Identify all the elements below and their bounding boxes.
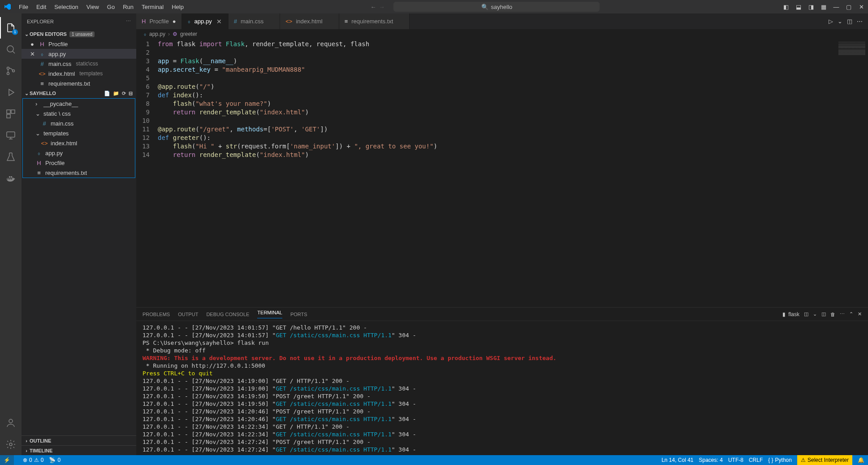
split-editor-icon[interactable]: ◫ xyxy=(847,18,852,25)
window-minimize-icon[interactable]: — xyxy=(833,4,839,10)
open-editor-item[interactable]: <> index.htmltemplates xyxy=(22,69,136,78)
command-center-search[interactable]: 🔍 sayhello xyxy=(393,2,600,12)
status-ports[interactable]: 📡0 xyxy=(49,457,60,463)
menu-selection[interactable]: Selection xyxy=(51,2,82,12)
activity-debug-icon[interactable] xyxy=(0,82,22,103)
editor-tab[interactable]: ≡ requirements.txt xyxy=(339,13,410,29)
status-problems[interactable]: ⊗0 ⚠0 xyxy=(23,457,43,463)
remote-indicator[interactable]: ⚡ xyxy=(0,455,14,465)
folder-item[interactable]: ⌄static \ css xyxy=(23,109,135,118)
new-file-icon[interactable]: 📄 xyxy=(104,91,110,96)
kill-terminal-icon[interactable]: 🗑 xyxy=(830,312,835,317)
menu-run[interactable]: Run xyxy=(119,2,137,12)
activity-remote-icon[interactable] xyxy=(0,125,22,146)
open-editors-header[interactable]: ⌄ OPEN EDITORS 1 unsaved xyxy=(22,29,136,39)
new-folder-icon[interactable]: 📁 xyxy=(113,91,119,96)
file-icon: # xyxy=(234,18,237,25)
status-language[interactable]: { }Python xyxy=(768,457,792,463)
refresh-icon[interactable]: ⟳ xyxy=(122,91,126,96)
code-editor[interactable]: from flask import Flask, render_template… xyxy=(158,39,828,307)
window-maximize-icon[interactable]: ▢ xyxy=(846,4,852,10)
minimap[interactable] xyxy=(828,39,868,307)
file-icon: ≡ xyxy=(345,18,348,25)
open-editor-item[interactable]: ● H Procfile xyxy=(22,39,136,49)
run-dropdown-icon[interactable]: ⌄ xyxy=(838,18,842,25)
status-eol[interactable]: CRLF xyxy=(749,457,763,463)
panel-tab-debug-console[interactable]: DEBUG CONSOLE xyxy=(206,312,249,317)
editor-tab[interactable]: # main.css xyxy=(229,13,281,29)
breadcrumb[interactable]: ⬨ app.py › ⚙ greeter xyxy=(136,29,868,39)
editor-tab[interactable]: ⬨ app.py ✕ xyxy=(182,13,229,29)
outline-header[interactable]: › OUTLINE xyxy=(22,435,136,445)
layout-customize-icon[interactable]: ▦ xyxy=(820,4,827,10)
file-item[interactable]: ⬨app.py xyxy=(23,148,135,158)
close-panel-icon[interactable]: ✕ xyxy=(858,311,862,317)
activity-accounts-icon[interactable] xyxy=(0,412,22,434)
run-icon[interactable]: ▷ xyxy=(829,18,833,25)
activity-docker-icon[interactable] xyxy=(0,168,22,189)
editor-tab[interactable]: <> index.html xyxy=(280,13,339,29)
terminal-profile-label[interactable]: ▮flask xyxy=(782,311,799,317)
terminal-dropdown-icon[interactable]: ⌄ xyxy=(813,311,817,317)
activity-explorer-icon[interactable]: 1 xyxy=(0,17,22,39)
folder-item[interactable]: ›__pycache__ xyxy=(23,99,135,109)
status-spaces[interactable]: Spaces: 4 xyxy=(699,457,723,463)
split-terminal-icon[interactable]: ◫ xyxy=(804,311,808,317)
chevron-down-icon: ⌄ xyxy=(23,91,30,96)
sidebar-more-icon[interactable]: ⋯ xyxy=(126,18,131,24)
collapse-all-icon[interactable]: ⊟ xyxy=(129,91,133,96)
status-encoding[interactable]: UTF-8 xyxy=(728,457,743,463)
editor-tab[interactable]: H Procfile ● xyxy=(136,13,182,29)
maximize-panel-icon[interactable]: ⌃ xyxy=(849,311,853,317)
activity-extensions-icon[interactable] xyxy=(0,103,22,125)
close-icon[interactable]: ✕ xyxy=(29,51,36,57)
more-icon[interactable]: ⋯ xyxy=(840,311,845,317)
explorer-badge: 1 xyxy=(12,29,18,35)
line-number-gutter: 1234567891011121314 xyxy=(136,39,158,307)
layout-sidebar-right-icon[interactable]: ◨ xyxy=(808,4,814,10)
file-item[interactable]: <>index.html xyxy=(23,138,135,148)
chevron-down-icon: ⌄ xyxy=(23,31,30,37)
split-terminal-icon[interactable]: ◫ xyxy=(821,311,826,317)
terminal-output[interactable]: 127.0.0.1 - - [27/Nov/2023 14:01:57] "GE… xyxy=(136,321,868,455)
status-notifications-icon[interactable]: 🔔 xyxy=(858,457,864,463)
file-icon: <> xyxy=(285,18,292,25)
close-icon[interactable]: ✕ xyxy=(216,18,223,25)
open-editor-item[interactable]: # main.cssstatic\css xyxy=(22,59,136,69)
panel-tab-terminal[interactable]: TERMINAL xyxy=(257,310,282,318)
svg-point-9 xyxy=(9,443,12,446)
file-item[interactable]: ≡requirements.txt xyxy=(23,168,135,178)
timeline-header[interactable]: › TIMELINE xyxy=(22,445,136,455)
panel-tab-problems[interactable]: PROBLEMS xyxy=(143,312,170,317)
dirty-dot-icon[interactable]: ● xyxy=(29,41,36,48)
panel-tab-output[interactable]: OUTPUT xyxy=(178,312,198,317)
folder-header[interactable]: ⌄ SAYHELLO 📄 📁 ⟳ ⊟ xyxy=(22,88,136,98)
layout-sidebar-left-icon[interactable]: ◧ xyxy=(783,4,789,10)
open-editor-item[interactable]: ✕ ⬨ app.py xyxy=(22,49,136,59)
window-close-icon[interactable]: ✕ xyxy=(858,4,864,10)
file-item[interactable]: HProcfile xyxy=(23,158,135,168)
more-icon[interactable]: ⋯ xyxy=(857,18,863,25)
menu-terminal[interactable]: Terminal xyxy=(138,2,167,12)
activity-settings-icon[interactable] xyxy=(0,434,22,455)
open-editor-item[interactable]: ≡ requirements.txt xyxy=(22,78,136,88)
menu-view[interactable]: View xyxy=(83,2,103,12)
select-interpreter-button[interactable]: ⚠Select Interpreter xyxy=(797,455,852,465)
menu-file[interactable]: File xyxy=(15,2,32,12)
dirty-dot-icon[interactable]: ● xyxy=(173,18,176,25)
menu-go[interactable]: Go xyxy=(104,2,118,12)
svg-rect-7 xyxy=(7,132,15,137)
activity-search-icon[interactable] xyxy=(0,39,22,60)
panel-tab-ports[interactable]: PORTS xyxy=(290,312,307,317)
nav-forward-icon[interactable]: → xyxy=(379,4,384,10)
folder-item[interactable]: ⌄templates xyxy=(23,128,135,138)
menu-help[interactable]: Help xyxy=(168,2,187,12)
activity-testing-icon[interactable] xyxy=(0,146,22,168)
layout-panel-icon[interactable]: ⬓ xyxy=(795,4,802,10)
nav-back-icon[interactable]: ← xyxy=(370,4,376,10)
menu-edit[interactable]: Edit xyxy=(33,2,50,12)
activity-scm-icon[interactable] xyxy=(0,60,22,82)
search-icon: 🔍 xyxy=(481,4,488,10)
file-item[interactable]: #main.css xyxy=(23,118,135,128)
status-ln-col[interactable]: Ln 14, Col 41 xyxy=(661,457,693,463)
